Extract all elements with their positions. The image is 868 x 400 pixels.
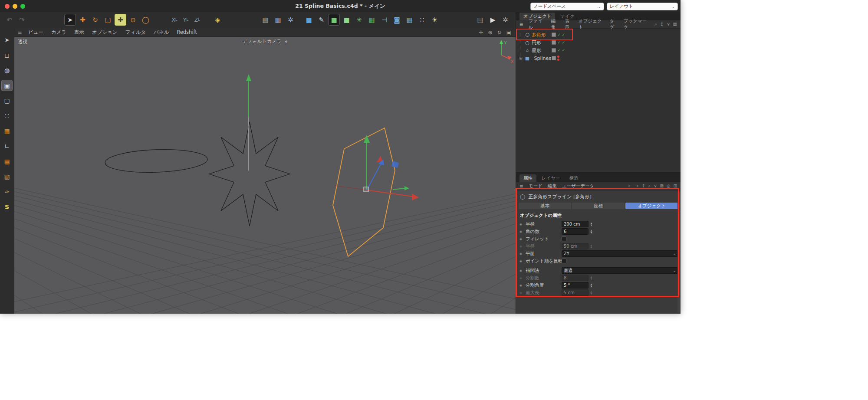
axis-gizmo[interactable]	[335, 135, 419, 200]
attribute-manager-tab-1[interactable]: レイヤー	[538, 174, 564, 182]
attribute-manager-menu-item-2[interactable]: ユーザーデータ	[562, 183, 594, 189]
undo-button[interactable]: ↶	[3, 14, 15, 26]
enabled-check-icon[interactable]: ✓	[562, 41, 566, 45]
render-picture-viewer-button[interactable]: ▥	[272, 14, 284, 26]
animation-dot-icon[interactable]: ◉	[519, 223, 526, 226]
viewport-menu-item-3[interactable]: オプション	[92, 29, 118, 36]
star-spline-shape[interactable]	[209, 122, 290, 226]
layer-chip[interactable]	[552, 56, 556, 60]
animation-dot-icon[interactable]: ◉	[519, 276, 526, 280]
add-cube-button[interactable]: ■	[303, 14, 315, 26]
viewport-menu-icon[interactable]: ≡	[18, 30, 22, 36]
object-row-1[interactable]: ○円形✓✓	[516, 39, 681, 46]
minimize-button[interactable]	[13, 4, 17, 9]
object-label[interactable]: 多角形	[532, 32, 546, 38]
attribute-1-field[interactable]: 6	[562, 228, 589, 235]
back-icon[interactable]: ←	[628, 184, 631, 189]
metaball-button[interactable]: ◙	[391, 14, 403, 26]
viewport-menu-item-4[interactable]: フィルタ	[125, 29, 146, 36]
viewport-menu-item-2[interactable]: 表示	[74, 29, 84, 36]
filter-icon[interactable]: ⋎	[667, 22, 670, 27]
rotate-view-icon[interactable]: ↻	[497, 30, 502, 36]
expander-icon[interactable]: ⊞	[518, 56, 524, 60]
snap-tool[interactable]: S	[1, 201, 13, 213]
attribute-mode-tab-0[interactable]: 基本	[519, 203, 571, 209]
filter-icon[interactable]: ⋎	[654, 184, 657, 189]
point-mode[interactable]: ∷	[1, 110, 13, 121]
animation-dot-icon[interactable]: ◉	[519, 259, 526, 263]
edge-mode[interactable]: ▢	[1, 95, 13, 106]
move-tool[interactable]: ✚	[77, 14, 89, 26]
clone-grid-button[interactable]: ▦	[404, 14, 415, 26]
instance-button[interactable]: ■	[341, 14, 352, 26]
animation-dot-icon[interactable]: ◉	[519, 230, 526, 233]
light-button[interactable]: ☀	[429, 14, 441, 26]
panel-menu-icon[interactable]: ▦	[673, 22, 677, 27]
attribute-manager-menu-item-1[interactable]: 編集	[548, 183, 557, 189]
spinner-arrows[interactable]: ▲▼	[589, 222, 593, 226]
attribute-manager-menu-item-0[interactable]: モード	[529, 183, 542, 189]
subdivision-surface-button[interactable]: ■	[328, 14, 340, 26]
play-button[interactable]: ▶	[487, 14, 499, 26]
volume-builder-button[interactable]: ▦	[366, 14, 378, 26]
gizmo-plane-handle-green-arrowhead[interactable]	[404, 186, 409, 190]
x-axis-lock[interactable]: XL	[169, 14, 180, 26]
attribute-6-dropdown[interactable]: 最適⌄	[562, 267, 678, 274]
scrollbar[interactable]	[677, 192, 680, 313]
polygon-spline-shape[interactable]	[333, 128, 395, 256]
object-label[interactable]: 円形	[532, 39, 541, 46]
visibility-dot-icon[interactable]	[557, 59, 559, 61]
attribute-0-field[interactable]: 200 cm	[562, 221, 589, 227]
search-icon[interactable]: ⌕	[648, 184, 651, 189]
object-row-0[interactable]: ⬡多角形✓✓	[516, 31, 681, 39]
viewport-3d[interactable]: Y X 透視 デフォルトカメラ ✥	[14, 37, 516, 314]
attribute-5-checkbox[interactable]	[562, 259, 566, 263]
gizmo-plane-handle-blue[interactable]	[391, 161, 399, 168]
animation-dot-icon[interactable]: ◉	[519, 291, 526, 295]
layout-dropdown[interactable]: レイアウト ⌄	[607, 3, 678, 10]
forward-icon[interactable]: →	[635, 184, 638, 189]
enabled-check-icon[interactable]: ✓	[557, 41, 561, 45]
spline-mirror-button[interactable]: ⊣	[378, 14, 390, 26]
render-queue-button[interactable]: ▤	[474, 14, 486, 26]
visibility-dot-icon[interactable]	[557, 56, 559, 58]
attribute-4-dropdown[interactable]: ZY⌄	[562, 250, 678, 257]
attribute-mode-tab-2[interactable]: オブジェクト	[625, 203, 678, 209]
search-icon[interactable]: ⌕	[654, 22, 657, 27]
texture-axis-mode[interactable]: ▧	[1, 171, 13, 182]
target-icon[interactable]: ◎	[667, 184, 671, 189]
close-button[interactable]	[5, 4, 10, 9]
settings-gear-button[interactable]: ✲	[500, 14, 511, 26]
paint-tool[interactable]: ✑	[1, 186, 13, 197]
spinner-down-icon[interactable]: ▼	[591, 285, 592, 288]
lock-icon[interactable]: ⊠	[660, 184, 663, 189]
circle-spline-shape[interactable]	[105, 148, 208, 174]
live-selection-tool[interactable]: ➤	[64, 14, 76, 26]
attribute-mode-tab-1[interactable]: 座標	[572, 203, 625, 209]
object-manager-menu-icon[interactable]: ≡	[519, 22, 523, 27]
gizmo-center-handle[interactable]	[364, 187, 368, 192]
selection-ring-tool[interactable]: ◯	[140, 14, 151, 26]
rotate-tool[interactable]: ↻	[89, 14, 101, 26]
rotate-normal-tool[interactable]: ⊙	[127, 14, 139, 26]
particles-button[interactable]: ∷	[416, 14, 428, 26]
uv-mode[interactable]: ▦	[1, 125, 13, 137]
attribute-manager-tab-2[interactable]: 構造	[566, 174, 582, 182]
layer-chip[interactable]	[552, 40, 556, 45]
zoom-view-icon[interactable]: ⊕	[488, 30, 493, 36]
animation-dot-icon[interactable]: ◉	[519, 237, 526, 241]
object-label[interactable]: _Splines	[532, 56, 551, 61]
render-settings-button[interactable]: ✲	[285, 14, 296, 26]
enabled-check-icon[interactable]: ✓	[557, 49, 561, 52]
model-mode[interactable]: ◻	[1, 49, 13, 61]
layer-chip[interactable]	[552, 33, 556, 37]
layer-chip[interactable]	[552, 48, 556, 52]
object-row-3[interactable]: ⊞■_Splines	[516, 54, 681, 62]
export-icon[interactable]: ↥	[660, 22, 664, 27]
gizmo-z-axis[interactable]	[367, 163, 381, 190]
y-axis-lock[interactable]: YL	[181, 14, 191, 26]
object-axis-mode[interactable]: ∟	[1, 141, 13, 152]
object-row-2[interactable]: ☆星形✓✓	[516, 46, 681, 54]
toggle-view-icon[interactable]: ▣	[506, 30, 511, 36]
up-icon[interactable]: ↑	[641, 184, 645, 189]
